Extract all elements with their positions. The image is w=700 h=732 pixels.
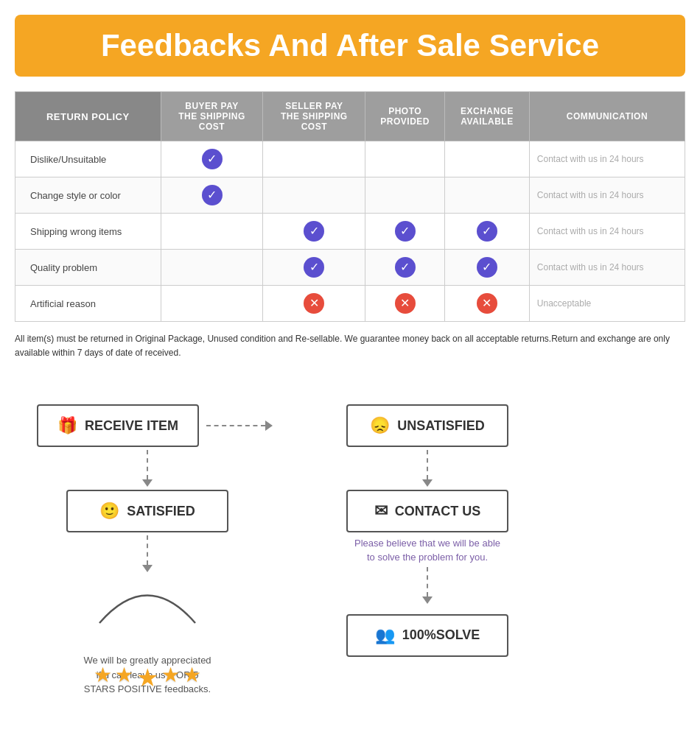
cell-communication: Contact with us in 24 hours	[529, 141, 685, 177]
contact-us-section: ✉ CONTACT US Please believe that we will…	[346, 490, 508, 563]
table-row: Dislike/Unsuitable✓Contact with us in 24…	[15, 141, 685, 177]
check-icon: ✓	[202, 185, 223, 205]
stars-row: ★ ★ ★ ★ ★	[92, 663, 203, 692]
flow-diagram: 🎁 RECEIVE ITEM 🙂 SATISFIED	[15, 390, 685, 711]
row-label: Change style or color	[15, 177, 161, 214]
header-buyer-pay: BUYER PAYTHE SHIPPINGCOST	[161, 92, 263, 141]
cell-exchange: ✓	[445, 250, 530, 286]
cell-communication: Contact with us in 24 hours	[529, 214, 685, 250]
cell-exchange	[445, 177, 530, 214]
table-row: Artificial reason✕✕✕Unacceptable	[15, 286, 685, 322]
receive-item-box: 🎁 RECEIVE ITEM	[37, 404, 199, 447]
cell-seller-pay: ✓	[263, 214, 365, 250]
cell-exchange: ✕	[445, 286, 530, 322]
check-icon: ✓	[202, 149, 223, 169]
arrow-h-head	[265, 420, 273, 431]
cell-buyer-pay	[161, 214, 263, 250]
stars-section: ★ ★ ★ ★ ★ We will be greatly appreciated…	[83, 583, 211, 697]
cell-buyer-pay: ✓	[161, 177, 263, 214]
cell-photo: ✕	[365, 286, 445, 322]
table-row: Change style or color✓Contact with us in…	[15, 177, 685, 214]
cell-exchange: ✓	[445, 214, 530, 250]
table-row: Shipping wrong items✓✓✓Contact with us i…	[15, 214, 685, 250]
cell-seller-pay	[263, 141, 365, 177]
star-1: ★	[94, 663, 112, 692]
stars-arc-svg	[92, 583, 203, 627]
check-icon: ✓	[395, 221, 416, 242]
frown-icon: 😞	[370, 416, 390, 435]
policy-note: All item(s) must be returned in Original…	[15, 332, 685, 360]
check-icon: ✓	[395, 257, 416, 278]
arrow-down-4	[422, 567, 433, 604]
header-return-policy: RETURN POLICY	[15, 92, 161, 141]
cell-exchange	[445, 141, 530, 177]
arrow-h-line	[206, 425, 265, 426]
cross-icon: ✕	[304, 293, 324, 314]
table-row: Quality problem✓✓✓Contact with us in 24 …	[15, 250, 685, 286]
smile-icon: 🙂	[99, 502, 119, 521]
contact-subtitle: Please believe that we will be able to s…	[354, 537, 501, 563]
header-exchange: EXCHANGEAVAILABLE	[445, 92, 530, 141]
arrow-down-3	[422, 450, 433, 487]
unsatisfied-label: UNSATISFIED	[397, 418, 485, 434]
banner-title: Feedbacks And After Sale Service	[29, 28, 671, 63]
receive-item-label: RECEIVE ITEM	[85, 418, 178, 434]
cell-communication: Contact with us in 24 hours	[529, 177, 685, 214]
cell-communication: Contact with us in 24 hours	[529, 250, 685, 286]
cell-seller-pay	[263, 177, 365, 214]
flow-left: 🎁 RECEIVE ITEM 🙂 SATISFIED	[37, 404, 258, 697]
unsatisfied-box: 😞 UNSATISFIED	[346, 404, 508, 447]
star-2: ★	[115, 663, 133, 692]
satisfied-label: SATISFIED	[127, 504, 195, 519]
star-3: ★	[136, 663, 158, 692]
row-label: Shipping wrong items	[15, 214, 161, 250]
arrow-down-1	[142, 450, 153, 487]
header-communication: COMMUNICATION	[529, 92, 685, 141]
header-photo: PHOTOPROVIDED	[365, 92, 445, 141]
contact-us-label: CONTACT US	[395, 504, 481, 519]
solve-label: 100%SOLVE	[402, 627, 480, 643]
cell-photo	[365, 177, 445, 214]
cell-photo: ✓	[365, 214, 445, 250]
cell-seller-pay: ✕	[263, 286, 365, 322]
cross-icon: ✕	[395, 293, 416, 314]
check-icon: ✓	[477, 221, 497, 242]
cell-buyer-pay	[161, 250, 263, 286]
cell-seller-pay: ✓	[263, 250, 365, 286]
cell-communication: Unacceptable	[529, 286, 685, 322]
flow-right: 😞 UNSATISFIED ✉ CONTACT US Please believ…	[317, 404, 538, 656]
arrow-down-2	[142, 535, 153, 572]
people-icon: 👥	[375, 626, 395, 645]
cross-icon: ✕	[477, 293, 497, 314]
mail-icon: ✉	[374, 502, 388, 521]
banner: Feedbacks And After Sale Service	[15, 15, 685, 77]
cell-buyer-pay: ✓	[161, 141, 263, 177]
cell-buyer-pay	[161, 286, 263, 322]
check-icon: ✓	[304, 221, 324, 242]
row-label: Artificial reason	[15, 286, 161, 322]
cell-photo: ✓	[365, 250, 445, 286]
satisfied-box: 🙂 SATISFIED	[66, 490, 228, 532]
header-seller-pay: SELLER PAYTHE SHIPPINGCOST	[263, 92, 365, 141]
policy-table: RETURN POLICY BUYER PAYTHE SHIPPINGCOST …	[15, 91, 685, 322]
cell-photo	[365, 141, 445, 177]
row-label: Dislike/Unsuitable	[15, 141, 161, 177]
check-icon: ✓	[304, 257, 324, 278]
row-label: Quality problem	[15, 250, 161, 286]
gift-icon: 🎁	[57, 416, 77, 435]
solve-box: 👥 100%SOLVE	[346, 614, 508, 657]
star-4: ★	[161, 663, 180, 692]
check-icon: ✓	[477, 257, 497, 278]
star-5: ★	[183, 663, 201, 692]
contact-us-box: ✉ CONTACT US	[346, 490, 508, 532]
